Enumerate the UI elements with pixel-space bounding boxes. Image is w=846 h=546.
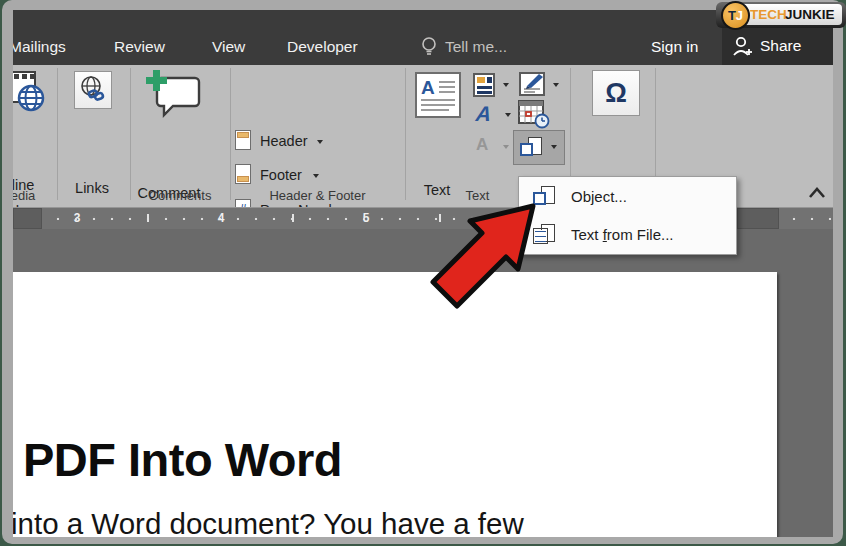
object-dropdown-caret (551, 145, 557, 149)
date-time-icon (518, 99, 550, 133)
header-dropdown-caret (317, 140, 323, 144)
drop-cap-caret (503, 145, 509, 149)
techjunkie-logo-band: TECH JUNKIE (738, 4, 842, 25)
header-label: Header (260, 133, 308, 149)
ruler-mark-5: 5 (358, 211, 374, 225)
tab-view[interactable]: View (212, 38, 245, 56)
film-globe-icon (13, 70, 47, 118)
lightbulb-icon (420, 36, 438, 60)
share-label: Share (760, 37, 801, 55)
document-page[interactable]: PDF Into Word into a Word document? You … (13, 272, 777, 537)
techjunkie-monogram-icon: TJ (721, 1, 750, 30)
document-body-text: into a Word document? You have a few (13, 507, 524, 537)
ruler-mark-4: 4 (213, 211, 229, 225)
svg-text:A: A (421, 77, 435, 98)
collapse-ribbon-chevron-icon[interactable] (808, 186, 826, 204)
footer-label: Footer (260, 167, 302, 183)
person-plus-icon (731, 35, 755, 61)
new-comment-icon (143, 70, 203, 126)
group-separator (130, 68, 131, 200)
quick-parts-icon (473, 73, 497, 101)
ruler-half-tick (147, 214, 149, 222)
quick-parts-caret (503, 83, 509, 87)
ruler-ticks (779, 216, 831, 220)
document-heading: PDF Into Word (23, 432, 342, 487)
ruler-margin-segment (13, 208, 42, 229)
ruler-mark-3: 3 (69, 211, 85, 225)
wordart-caret (505, 113, 511, 117)
group-separator (405, 68, 406, 200)
group-label-comments: Comments (130, 188, 230, 203)
wordart-icon: A (475, 102, 493, 126)
tell-me-box[interactable]: Tell me... (445, 38, 507, 56)
sign-in-button[interactable]: Sign in (651, 38, 698, 56)
group-separator (230, 68, 231, 200)
links-icon (74, 71, 112, 109)
ruler-margin-segment (737, 208, 779, 229)
app-area: Mailings Review View Developer Tell me..… (13, 10, 833, 537)
techjunkie-logo-text-tech: TECH (750, 7, 787, 22)
techjunkie-logo: TECH JUNKIE TJ (710, 0, 846, 31)
word-window: Mailings Review View Developer Tell me..… (2, 0, 843, 544)
techjunkie-logo-text-junkie: JUNKIE (785, 7, 835, 22)
tab-review[interactable]: Review (114, 38, 165, 56)
omega-icon: Ω (592, 70, 640, 116)
footer-dropdown-caret (313, 174, 319, 178)
links-label: Links (62, 180, 122, 196)
footer-icon (235, 164, 251, 184)
menu-item-object-label: Object... (571, 188, 627, 205)
tab-developer[interactable]: Developer (287, 38, 358, 56)
text-box-icon: A (415, 72, 461, 122)
group-label-media: edia (13, 188, 47, 203)
menu-item-text-from-file-label: Text from File... (571, 226, 674, 243)
header-icon (235, 130, 251, 150)
red-callout-arrow (420, 193, 560, 323)
group-separator (57, 68, 58, 200)
group-label-header-footer: Header & Footer (230, 188, 405, 203)
signature-line-icon (519, 72, 547, 102)
drop-cap-icon: A (476, 135, 488, 155)
ruler-half-tick (292, 214, 294, 222)
share-button[interactable]: Share (722, 28, 833, 65)
object-button[interactable] (513, 130, 565, 165)
signature-line-caret (553, 83, 559, 87)
tab-mailings[interactable]: Mailings (13, 38, 66, 56)
